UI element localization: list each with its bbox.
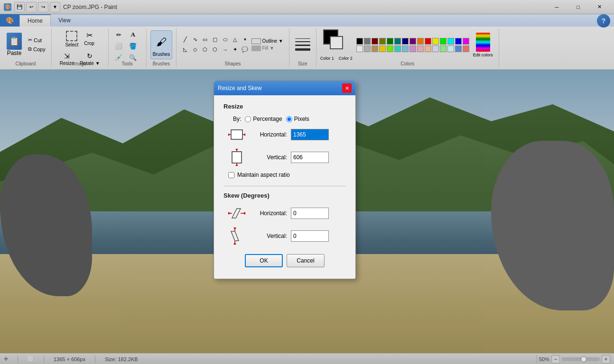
by-row: By: Percentage Pixels bbox=[233, 116, 346, 122]
svg-marker-4 bbox=[243, 133, 245, 136]
skew-horiz-icon bbox=[228, 205, 245, 222]
percentage-label: Percentage bbox=[253, 116, 282, 122]
skew-section-title: Skew (Degrees) bbox=[223, 192, 346, 199]
pixels-label: Pixels bbox=[294, 116, 309, 122]
resize-horiz-svg bbox=[228, 128, 245, 141]
skew-horiz-svg bbox=[228, 205, 245, 222]
svg-marker-2 bbox=[228, 133, 230, 136]
resize-vert-svg bbox=[230, 149, 243, 166]
skew-vertical-label: Vertical: bbox=[249, 233, 287, 239]
svg-marker-19 bbox=[233, 242, 236, 245]
by-label: By: bbox=[233, 116, 241, 122]
skew-vertical-input[interactable] bbox=[291, 230, 329, 242]
modal-overlay: Resize and Skew ✕ Resize By: Percentage … bbox=[0, 0, 614, 364]
svg-marker-10 bbox=[232, 209, 241, 218]
maintain-ratio-checkbox[interactable] bbox=[228, 172, 234, 178]
pixels-radio[interactable] bbox=[286, 116, 292, 122]
dialog-titlebar: Resize and Skew ✕ bbox=[214, 81, 355, 95]
svg-marker-15 bbox=[231, 231, 239, 241]
resize-section-title: Resize bbox=[223, 103, 346, 110]
skew-vert-svg bbox=[228, 228, 245, 245]
svg-marker-14 bbox=[243, 212, 245, 215]
percentage-radio[interactable] bbox=[245, 116, 251, 122]
dialog-title: Resize and Skew bbox=[218, 85, 262, 91]
skew-horizontal-row: Horizontal: bbox=[223, 205, 346, 222]
dialog-buttons: OK Cancel bbox=[223, 250, 346, 271]
horizontal-input[interactable] bbox=[291, 129, 329, 140]
vertical-resize-row: Vertical: bbox=[223, 149, 346, 166]
horizontal-resize-icon bbox=[228, 126, 245, 143]
skew-vert-icon bbox=[228, 228, 245, 245]
maintain-ratio-row: Maintain aspect ratio bbox=[223, 172, 346, 178]
svg-rect-5 bbox=[232, 152, 242, 163]
vertical-input[interactable] bbox=[291, 152, 329, 163]
horizontal-label: Horizontal: bbox=[249, 131, 287, 138]
skew-vertical-row: Vertical: bbox=[223, 228, 346, 245]
svg-rect-0 bbox=[231, 130, 242, 139]
vertical-resize-icon bbox=[228, 149, 245, 166]
svg-marker-12 bbox=[228, 212, 231, 215]
dialog-divider bbox=[223, 186, 346, 186]
dialog-body: Resize By: Percentage Pixels bbox=[214, 95, 355, 279]
skew-horizontal-label: Horizontal: bbox=[249, 210, 287, 217]
vertical-label: Vertical: bbox=[249, 154, 287, 161]
svg-marker-17 bbox=[233, 228, 236, 230]
dialog-close-button[interactable]: ✕ bbox=[342, 83, 352, 93]
maintain-ratio-label: Maintain aspect ratio bbox=[237, 172, 290, 178]
horizontal-resize-row: Horizontal: bbox=[223, 126, 346, 143]
resize-skew-dialog: Resize and Skew ✕ Resize By: Percentage … bbox=[214, 81, 356, 279]
cancel-button[interactable]: Cancel bbox=[287, 254, 325, 267]
skew-horizontal-input[interactable] bbox=[291, 208, 329, 219]
svg-marker-9 bbox=[235, 164, 238, 166]
svg-marker-7 bbox=[235, 149, 238, 151]
percentage-radio-label[interactable]: Percentage bbox=[245, 116, 282, 122]
pixels-radio-label[interactable]: Pixels bbox=[286, 116, 309, 122]
ok-button[interactable]: OK bbox=[245, 254, 283, 267]
